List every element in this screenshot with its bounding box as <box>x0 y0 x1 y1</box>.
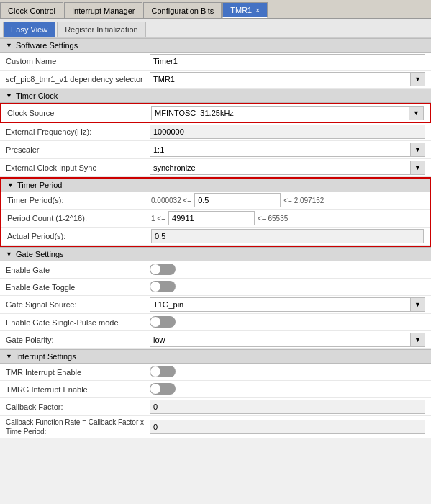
prescaler-row: Prescaler ▼ <box>0 141 431 159</box>
gate-polarity-dropdown-btn[interactable]: ▼ <box>411 333 425 347</box>
clock-source-dropdown-btn[interactable]: ▼ <box>409 106 424 120</box>
enable-gate-toggle-label: Enable Gate Toggle <box>6 283 150 292</box>
callback-rate-label: Callback Function Rate = Callback Factor… <box>6 418 150 436</box>
tmr-interrupt-label: TMR Interrupt Enable <box>6 368 150 377</box>
tab-interrupt-manager[interactable]: Interrupt Manager <box>64 2 142 18</box>
dependency-dropdown-btn[interactable]: ▼ <box>411 72 425 86</box>
tab-register-init[interactable]: Register Initialization <box>57 22 146 37</box>
custom-name-input[interactable] <box>150 54 425 68</box>
actual-period-row: Actual Period(s): <box>1 228 430 246</box>
ext-clock-sync-dropdown-btn[interactable]: ▼ <box>411 161 425 175</box>
sub-tab-bar: Easy View Register Initialization <box>0 19 431 38</box>
ext-clock-sync-value: ▼ <box>150 161 425 175</box>
interrupt-settings-header[interactable]: ▼ Interrupt Settings <box>0 349 431 364</box>
prescaler-select-wrapper: ▼ <box>150 143 425 157</box>
gate-signal-source-value: ▼ <box>150 297 425 312</box>
enable-gate-toggle[interactable] <box>150 264 176 275</box>
software-settings-header[interactable]: ▼ Software Settings <box>0 38 431 53</box>
close-tab-icon[interactable]: × <box>255 6 260 14</box>
period-count-input[interactable] <box>168 211 255 225</box>
enable-gate-toggle-switch-wrapper <box>150 281 425 294</box>
enable-gate-toggle-switch[interactable] <box>150 281 176 292</box>
tab-easy-view[interactable]: Easy View <box>3 22 55 37</box>
timer-period-input[interactable] <box>194 193 281 207</box>
prescaler-label: Prescaler <box>6 145 150 154</box>
main-content: ▼ Software Settings Custom Name scf_pic8… <box>0 38 431 438</box>
custom-name-row: Custom Name <box>0 53 431 71</box>
timer-period-range-row: 0.000032 <= <= 2.097152 <box>151 193 424 207</box>
timer-period-min: 0.000032 <= <box>151 197 191 204</box>
period-count-range: 1 <= <= 65535 <box>151 211 424 225</box>
enable-gate-row: Enable Gate <box>0 261 431 279</box>
gate-polarity-wrapper: ▼ <box>150 333 425 347</box>
ext-clock-sync-label: External Clock Input Sync <box>6 163 150 172</box>
callback-rate-row: Callback Function Rate = Callback Factor… <box>0 416 431 438</box>
chevron-down-icon-3: ▼ <box>7 181 14 189</box>
tmrg-interrupt-label: TMRG Interrupt Enable <box>6 385 150 394</box>
enable-gate-single-label: Enable Gate Single-Pulse mode <box>6 318 150 327</box>
gate-settings-header[interactable]: ▼ Gate Settings <box>0 247 431 261</box>
clock-source-value: ▼ <box>151 106 424 120</box>
tmr-interrupt-toggle[interactable] <box>150 366 176 377</box>
prescaler-input[interactable] <box>150 143 411 157</box>
gate-polarity-row: Gate Polarity: ▼ <box>0 331 431 349</box>
ext-freq-label: External Frequency(Hz): <box>6 127 150 136</box>
period-count-range-row: 1 <= <= 65535 <box>151 211 424 225</box>
clock-source-input[interactable] <box>151 106 409 120</box>
tab-clock-control[interactable]: Clock Control <box>0 2 63 18</box>
callback-factor-value <box>150 400 425 414</box>
gate-polarity-label: Gate Polarity: <box>6 336 150 344</box>
clock-source-select-wrapper: ▼ <box>151 106 424 120</box>
dependency-value: ▼ <box>150 72 425 86</box>
tmrg-interrupt-toggle[interactable] <box>150 383 176 395</box>
timer-period-max: <= 2.097152 <box>283 197 324 204</box>
ext-freq-input <box>150 125 425 139</box>
callback-rate-input[interactable] <box>150 420 425 434</box>
tab-configuration-bits[interactable]: Configuration Bits <box>143 2 222 18</box>
custom-name-value <box>150 54 425 68</box>
ext-clock-sync-input[interactable] <box>150 161 411 175</box>
tmrg-interrupt-toggle-wrapper <box>150 383 425 396</box>
tmrg-interrupt-row: TMRG Interrupt Enable <box>0 381 431 398</box>
chevron-down-icon: ▼ <box>6 42 12 49</box>
callback-factor-label: Callback Factor: <box>6 402 150 411</box>
ext-freq-row: External Frequency(Hz): <box>0 123 431 141</box>
enable-gate-single-toggle[interactable] <box>150 316 176 328</box>
enable-gate-toggle-wrapper <box>150 264 425 276</box>
timer-period-section: ▼ Timer Period Timer Period(s): 0.000032… <box>0 177 431 247</box>
gate-signal-source-dropdown-btn[interactable]: ▼ <box>411 297 425 312</box>
actual-period-value <box>151 229 424 243</box>
custom-name-label: Custom Name <box>6 57 150 66</box>
gate-signal-source-label: Gate Signal Source: <box>6 300 150 309</box>
chevron-down-icon-5: ▼ <box>6 353 12 360</box>
callback-rate-value <box>150 420 425 434</box>
prescaler-dropdown-btn[interactable]: ▼ <box>411 143 425 157</box>
period-count-label: Period Count (1-2^16): <box>7 214 151 222</box>
dependency-row: scf_pic8_tmr1_v1 dependency selector ▼ <box>0 71 431 89</box>
period-count-min: 1 <= <box>151 215 165 222</box>
timer-period-label: Timer Period(s): <box>7 196 151 204</box>
prescaler-value: ▼ <box>150 143 425 157</box>
chevron-down-icon-4: ▼ <box>6 251 12 258</box>
ext-freq-value <box>150 125 425 139</box>
tab-tmr1[interactable]: TMR1 × <box>222 2 268 18</box>
dependency-input[interactable] <box>150 72 411 86</box>
gate-signal-source-wrapper: ▼ <box>150 297 425 312</box>
period-count-row: Period Count (1-2^16): 1 <= <= 65535 <box>1 210 430 228</box>
enable-gate-toggle-row: Enable Gate Toggle <box>0 279 431 296</box>
dependency-label: scf_pic8_tmr1_v1 dependency selector <box>6 75 150 84</box>
timer-clock-header[interactable]: ▼ Timer Clock <box>0 89 431 103</box>
gate-polarity-input[interactable] <box>150 333 411 347</box>
gate-signal-source-input[interactable] <box>150 297 411 312</box>
clock-source-row: Clock Source ▼ <box>0 103 431 123</box>
timer-period-header[interactable]: ▼ Timer Period <box>1 179 430 192</box>
tmr-interrupt-row: TMR Interrupt Enable <box>0 364 431 381</box>
callback-factor-input[interactable] <box>150 400 425 414</box>
gate-signal-source-row: Gate Signal Source: ▼ <box>0 296 431 314</box>
gate-polarity-value: ▼ <box>150 333 425 347</box>
top-tab-bar: Clock Control Interrupt Manager Configur… <box>0 0 431 19</box>
enable-gate-label: Enable Gate <box>6 266 150 274</box>
clock-source-label: Clock Source <box>7 109 151 117</box>
tmr-interrupt-toggle-wrapper <box>150 366 425 379</box>
chevron-down-icon-2: ▼ <box>6 92 12 99</box>
